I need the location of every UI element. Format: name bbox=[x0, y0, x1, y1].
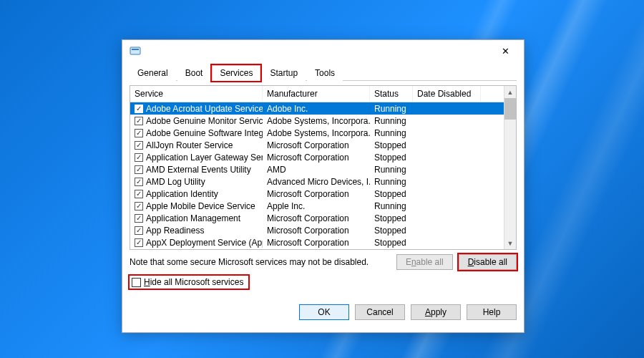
tab-services[interactable]: Services bbox=[212, 65, 260, 81]
date-disabled-cell bbox=[413, 212, 481, 224]
service-name: Apple Mobile Device Service bbox=[146, 201, 255, 211]
date-disabled-cell bbox=[413, 115, 481, 127]
row-checkbox[interactable]: ✓ bbox=[135, 165, 143, 174]
table-row[interactable]: ✓Adobe Genuine Software Integri...Adobe … bbox=[130, 127, 516, 139]
msconfig-window: ✕ General Boot Services Startup Tools Se… bbox=[122, 39, 525, 333]
hide-microsoft-row: Hide all Microsoft services bbox=[130, 276, 248, 289]
row-checkbox[interactable]: ✓ bbox=[135, 238, 143, 247]
service-name: AllJoyn Router Service bbox=[146, 140, 233, 150]
row-checkbox[interactable]: ✓ bbox=[135, 190, 143, 198]
table-row[interactable]: ✓AMD Log UtilityAdvanced Micro Devices, … bbox=[130, 175, 516, 188]
tab-general[interactable]: General bbox=[130, 65, 176, 81]
service-name: Application Layer Gateway Service bbox=[146, 153, 263, 163]
close-button[interactable]: ✕ bbox=[491, 41, 519, 61]
manufacturer-cell: Microsoft Corporation bbox=[263, 236, 370, 248]
tab-boot[interactable]: Boot bbox=[177, 65, 211, 81]
column-service[interactable]: Service bbox=[130, 86, 263, 102]
table-row[interactable]: ✓AMD External Events UtilityAMDRunning bbox=[130, 163, 516, 175]
listview-header[interactable]: Service Manufacturer Status Date Disable… bbox=[130, 86, 516, 102]
row-checkbox[interactable]: ✓ bbox=[135, 129, 143, 137]
enable-all-button: Enable all bbox=[396, 254, 453, 270]
table-row[interactable]: ✓App ReadinessMicrosoft CorporationStopp… bbox=[130, 224, 516, 236]
date-disabled-cell bbox=[413, 102, 481, 115]
column-date-disabled[interactable]: Date Disabled bbox=[413, 86, 481, 102]
date-disabled-cell bbox=[413, 188, 481, 200]
note-row: Note that some secure Microsoft services… bbox=[130, 254, 517, 270]
table-row[interactable]: ✓Application IdentityMicrosoft Corporati… bbox=[130, 188, 516, 200]
row-checkbox[interactable]: ✓ bbox=[135, 141, 143, 150]
manufacturer-cell: Adobe Inc. bbox=[263, 102, 370, 115]
status-cell: Stopped bbox=[370, 224, 413, 236]
listview-body: ✓Adobe Acrobat Update ServiceAdobe Inc.R… bbox=[130, 102, 516, 249]
titlebar: ✕ bbox=[122, 40, 524, 62]
status-cell: Running bbox=[370, 175, 413, 188]
manufacturer-cell: Microsoft Corporation bbox=[263, 151, 370, 163]
column-status[interactable]: Status bbox=[370, 86, 413, 102]
manufacturer-cell: Adobe Systems, Incorpora... bbox=[263, 115, 370, 127]
manufacturer-cell: Microsoft Corporation bbox=[263, 139, 370, 151]
service-name: Application Management bbox=[146, 213, 240, 223]
date-disabled-cell bbox=[413, 127, 481, 139]
hide-microsoft-checkbox[interactable] bbox=[132, 278, 141, 287]
scroll-down-icon[interactable]: ▼ bbox=[504, 237, 516, 249]
status-cell: Stopped bbox=[370, 139, 413, 151]
status-cell: Running bbox=[370, 127, 413, 139]
table-row[interactable]: ✓Application Layer Gateway ServiceMicros… bbox=[130, 151, 516, 163]
row-checkbox[interactable]: ✓ bbox=[135, 226, 143, 235]
manufacturer-cell: Apple Inc. bbox=[263, 200, 370, 212]
row-checkbox[interactable]: ✓ bbox=[135, 214, 143, 223]
date-disabled-cell bbox=[413, 139, 481, 151]
cancel-button[interactable]: Cancel bbox=[355, 304, 405, 320]
tab-tools[interactable]: Tools bbox=[307, 65, 343, 81]
row-checkbox[interactable]: ✓ bbox=[135, 178, 143, 186]
table-row[interactable]: ✓Adobe Acrobat Update ServiceAdobe Inc.R… bbox=[130, 102, 516, 115]
service-name: Adobe Genuine Monitor Service bbox=[146, 116, 263, 126]
row-checkbox[interactable]: ✓ bbox=[135, 105, 143, 113]
tab-bar: General Boot Services Startup Tools bbox=[130, 64, 517, 81]
table-row[interactable]: ✓Apple Mobile Device ServiceApple Inc.Ru… bbox=[130, 200, 516, 212]
table-row[interactable]: ✓Adobe Genuine Monitor ServiceAdobe Syst… bbox=[130, 115, 516, 127]
svg-rect-0 bbox=[130, 47, 140, 54]
service-name: AMD Log Utility bbox=[146, 177, 205, 187]
table-row[interactable]: ✓Application ManagementMicrosoft Corpora… bbox=[130, 212, 516, 224]
date-disabled-cell bbox=[413, 236, 481, 248]
manufacturer-cell: Microsoft Corporation bbox=[263, 212, 370, 224]
status-cell: Stopped bbox=[370, 151, 413, 163]
date-disabled-cell bbox=[413, 175, 481, 188]
status-cell: Running bbox=[370, 163, 413, 175]
manufacturer-cell: Microsoft Corporation bbox=[263, 188, 370, 200]
service-name: Application Identity bbox=[146, 189, 218, 199]
svg-rect-1 bbox=[132, 49, 139, 50]
service-name: AppX Deployment Service (AppX... bbox=[146, 238, 263, 248]
service-name: Adobe Acrobat Update Service bbox=[146, 104, 263, 114]
services-listview[interactable]: Service Manufacturer Status Date Disable… bbox=[130, 85, 517, 250]
tab-startup[interactable]: Startup bbox=[262, 65, 306, 81]
service-name: Adobe Genuine Software Integri... bbox=[146, 128, 263, 138]
close-icon: ✕ bbox=[502, 46, 509, 57]
row-checkbox[interactable]: ✓ bbox=[135, 117, 143, 125]
hide-microsoft-label[interactable]: Hide all Microsoft services bbox=[144, 277, 243, 287]
status-cell: Stopped bbox=[370, 188, 413, 200]
footer-buttons: OK Cancel Apply Help bbox=[130, 304, 517, 320]
status-cell: Running bbox=[370, 115, 413, 127]
manufacturer-cell: Microsoft Corporation bbox=[263, 224, 370, 236]
ok-button[interactable]: OK bbox=[299, 304, 349, 320]
vertical-scrollbar[interactable]: ▲ ▼ bbox=[504, 86, 516, 249]
apply-button[interactable]: Apply bbox=[411, 304, 461, 320]
column-manufacturer[interactable]: Manufacturer bbox=[263, 86, 370, 102]
scrollbar-thumb[interactable] bbox=[504, 98, 516, 120]
table-row[interactable]: ✓AppX Deployment Service (AppX...Microso… bbox=[130, 236, 516, 248]
row-checkbox[interactable]: ✓ bbox=[135, 153, 143, 162]
status-cell: Stopped bbox=[370, 236, 413, 248]
help-button[interactable]: Help bbox=[467, 304, 517, 320]
manufacturer-cell: Adobe Systems, Incorpora... bbox=[263, 127, 370, 139]
status-cell: Stopped bbox=[370, 212, 413, 224]
scroll-up-icon[interactable]: ▲ bbox=[504, 86, 516, 98]
manufacturer-cell: AMD bbox=[263, 163, 370, 175]
disable-all-button[interactable]: Disable all bbox=[459, 254, 517, 270]
app-icon bbox=[130, 45, 141, 57]
row-checkbox[interactable]: ✓ bbox=[135, 202, 143, 211]
table-row[interactable]: ✓AllJoyn Router ServiceMicrosoft Corpora… bbox=[130, 139, 516, 151]
date-disabled-cell bbox=[413, 224, 481, 236]
date-disabled-cell bbox=[413, 163, 481, 175]
